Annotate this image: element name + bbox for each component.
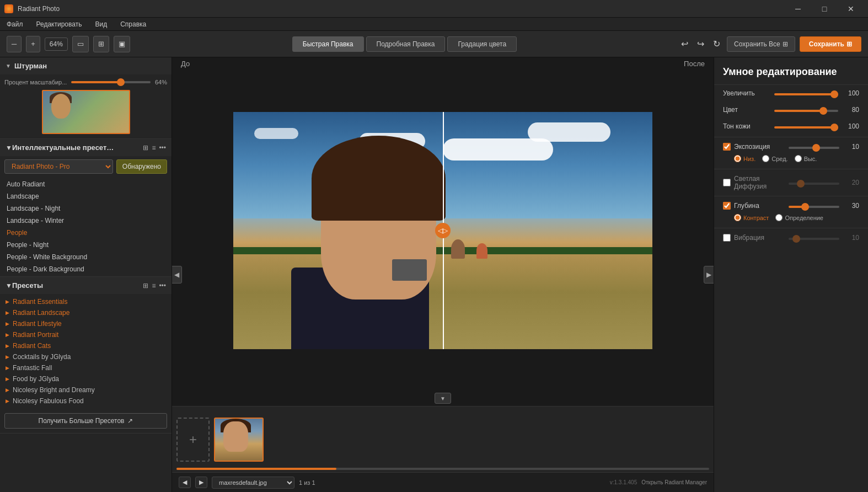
vibration-checkbox[interactable]	[723, 234, 731, 242]
save-button[interactable]: Сохранить ⊞	[800, 36, 861, 52]
preset-item-landscape-winter[interactable]: Landscape - Winter	[0, 215, 172, 227]
depth-radio-contrast[interactable]: Контраст	[734, 214, 769, 221]
exposition-radio-low[interactable]: Низ.	[734, 155, 756, 162]
preset-item-auto-radiant[interactable]: Auto Radiant	[0, 178, 172, 190]
lifestyle-list-icon[interactable]: ≡	[152, 282, 156, 290]
lifestyle-label-3: Radiant Portrait	[13, 331, 58, 339]
play-icon-1: ▶	[6, 310, 9, 315]
preset-item-landscape[interactable]: Landscape	[0, 190, 172, 202]
presets-more-icon[interactable]: •••	[159, 144, 166, 152]
enhance-slider[interactable]	[774, 93, 838, 95]
divider-2	[714, 169, 868, 169]
lifestyle-item-7[interactable]: ▶ Food by JGlyda	[0, 373, 172, 384]
minimize-button[interactable]: ─	[785, 0, 811, 18]
preset-item-people-light[interactable]: People - Light Background	[0, 275, 172, 276]
compare-button[interactable]: ▣	[114, 36, 130, 52]
undo-button[interactable]: ↩	[679, 36, 690, 51]
lifestyle-header[interactable]: ▼ Пресеты ⊞ ≡ •••	[0, 277, 172, 294]
enhance-label: Увеличить	[723, 89, 770, 97]
lifestyle-item-8[interactable]: ▶ Nicolesy Bright and Dreamy	[0, 384, 172, 395]
add-frame-button[interactable]: +	[176, 418, 210, 462]
depth-checkbox[interactable]	[723, 202, 731, 210]
fit-window-button[interactable]: ▭	[72, 36, 89, 52]
next-image-button[interactable]: ▶	[195, 477, 207, 488]
down-arrow-button[interactable]: ▼	[435, 393, 451, 404]
shirt-collar	[392, 259, 427, 281]
film-frame-1[interactable]	[214, 418, 264, 462]
preset-item-people-white[interactable]: People - White Background	[0, 251, 172, 263]
navigator-title: Штурман	[14, 62, 47, 70]
lifestyle-more-icon[interactable]: •••	[159, 282, 166, 290]
exposition-checkbox[interactable]	[723, 143, 731, 151]
menu-file[interactable]: Файл	[4, 19, 25, 29]
menu-help[interactable]: Справка	[118, 19, 148, 29]
actual-size-button[interactable]: ⊞	[93, 36, 109, 52]
preset-item-people[interactable]: People	[0, 227, 172, 239]
preset-item-landscape-night[interactable]: Landscape - Night	[0, 202, 172, 215]
presets-grid-icon[interactable]: ⊞	[143, 144, 148, 152]
vibration-slider-wrap	[789, 234, 840, 242]
exposition-radio-mid[interactable]: Сред.	[762, 155, 787, 162]
depth-slider[interactable]	[789, 206, 840, 208]
soft-diffusion-checkbox[interactable]	[723, 179, 731, 186]
menu-view[interactable]: Вид	[93, 19, 109, 29]
filmstrip-toggle: ▼	[172, 391, 714, 406]
exposition-slider[interactable]	[789, 147, 840, 149]
prev-image-button[interactable]: ◀	[179, 477, 191, 488]
refresh-button[interactable]: ↻	[711, 36, 722, 51]
close-button[interactable]: ✕	[838, 0, 864, 18]
lifestyle-item-0[interactable]: ▶ Radiant Essentials	[0, 296, 172, 307]
color-slider[interactable]	[774, 110, 838, 112]
exposition-label: Экспозиция	[734, 143, 785, 151]
zoom-value: 64%	[155, 79, 167, 85]
external-link-icon: ↗	[127, 417, 133, 425]
zoom-out-button[interactable]: ─	[7, 36, 22, 52]
save-all-button[interactable]: Сохранить Все ⊞	[727, 36, 795, 52]
lifestyle-label-2: Radiant Lifestyle	[13, 320, 62, 328]
open-manager-link[interactable]: Открыть Radiant Manager	[641, 479, 707, 485]
filmstrip-scrollbar-thumb[interactable]	[176, 468, 336, 470]
lifestyle-label-9: Nicolesy Fabulous Food	[13, 397, 84, 405]
tab-color-grade[interactable]: Градация цвета	[447, 36, 517, 52]
preset-item-people-night[interactable]: People - Night	[0, 239, 172, 251]
lifestyle-item-5[interactable]: ▶ Cocktails by JGlyda	[0, 351, 172, 362]
preset-dropdown[interactable]: Radiant Photo - Pro	[4, 159, 113, 174]
preset-item-people-dark[interactable]: People - Dark Background	[0, 263, 172, 275]
exposition-value: 10	[843, 143, 859, 151]
vibration-slider[interactable]	[789, 238, 840, 240]
exposition-radio-high[interactable]: Выс.	[795, 155, 817, 162]
divider-1	[714, 137, 868, 137]
lifestyle-grid-icon[interactable]: ⊞	[143, 282, 148, 290]
right-panel-toggle[interactable]: ▶	[704, 266, 714, 284]
depth-radio-definition[interactable]: Определение	[775, 214, 823, 221]
left-panel-toggle[interactable]: ◀	[172, 266, 182, 284]
left-panel: ▼ Штурман Процент масштабир... 64%	[0, 57, 172, 492]
lifestyle-label-6: Fantastic Fall	[13, 364, 52, 372]
navigator-header[interactable]: ▼ Штурман	[0, 57, 172, 74]
lifestyle-item-6[interactable]: ▶ Fantastic Fall	[0, 362, 172, 373]
skin-tone-slider[interactable]	[774, 126, 838, 129]
filename-dropdown[interactable]: maxresdefault.jpg	[212, 477, 294, 489]
detect-button[interactable]: Обнаружено	[116, 159, 167, 174]
lifestyle-item-4[interactable]: ▶ Radiant Cats	[0, 340, 172, 351]
lifestyle-item-2[interactable]: ▶ Radiant Lifestyle	[0, 318, 172, 329]
zoom-in-button[interactable]: +	[26, 36, 40, 52]
tab-detailed-edit[interactable]: Подробная Правка	[366, 36, 446, 52]
zoom-slider[interactable]	[71, 81, 151, 83]
save-all-icon: ⊞	[783, 40, 788, 48]
lifestyle-item-1[interactable]: ▶ Radiant Landscape	[0, 307, 172, 318]
soft-diffusion-slider[interactable]	[789, 183, 840, 185]
soft-diffusion-label: СветлаяДиффузия	[734, 175, 785, 190]
maximize-button[interactable]: □	[812, 0, 837, 18]
tab-quick-edit[interactable]: Быстрая Правка	[292, 36, 364, 52]
get-more-button[interactable]: Получить Больше Пресетов ↗	[4, 413, 167, 429]
soft-diffusion-slider-wrap	[789, 179, 840, 186]
menu-edit[interactable]: Редактировать	[34, 19, 84, 29]
presets-header[interactable]: ▼ Интеллектуальные пресет… ⊞ ≡ •••	[0, 139, 172, 156]
ba-handle[interactable]: ◁▷	[435, 223, 451, 238]
image-viewport[interactable]: ◁▷	[172, 70, 714, 391]
lifestyle-item-9[interactable]: ▶ Nicolesy Fabulous Food	[0, 395, 172, 407]
redo-button[interactable]: ↪	[695, 36, 706, 51]
presets-list-icon[interactable]: ≡	[152, 144, 156, 152]
lifestyle-item-3[interactable]: ▶ Radiant Portrait	[0, 329, 172, 340]
